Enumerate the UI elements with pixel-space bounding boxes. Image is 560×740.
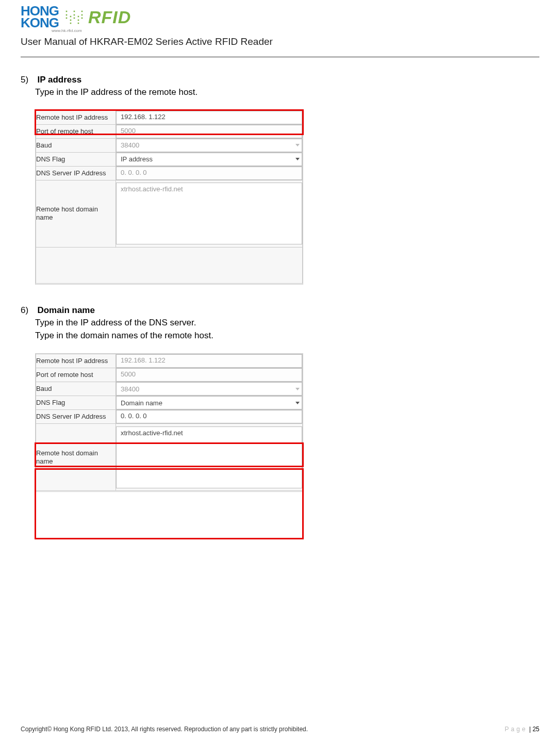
select-baud-value: 38400: [121, 141, 139, 149]
label-dnsserver: DNS Server IP Address: [36, 410, 116, 424]
label-port: Port of remote host: [36, 368, 116, 382]
page-footer: Copyright© Hong Kong RFID Ltd. 2013, All…: [21, 726, 539, 733]
label-baud: Baud: [36, 138, 116, 152]
label-dnsflag: DNS Flag: [36, 396, 116, 410]
label-domain: Remote host domain name: [36, 424, 116, 491]
section-5-body: Type in the IP address of the remote hos…: [35, 86, 539, 98]
label-dnsserver: DNS Server IP Address: [36, 166, 116, 180]
label-dnsflag: DNS Flag: [36, 152, 116, 166]
footer-page-label: Page: [505, 726, 528, 733]
label-port: Port of remote host: [36, 124, 116, 138]
input-remote-ip[interactable]: 192.168. 1.122: [116, 111, 302, 124]
manual-title: User Manual of HKRAR-EM02 Series Active …: [21, 36, 539, 47]
section-5-title: IP address: [37, 75, 81, 85]
input-dnsserver[interactable]: 0. 0. 0. 0: [116, 410, 302, 423]
chevron-down-icon: [295, 144, 300, 146]
section-5-number: 5): [21, 75, 35, 85]
textarea-domain[interactable]: xtrhost.active-rfid.net: [116, 426, 302, 488]
input-port[interactable]: 5000: [116, 368, 302, 382]
textarea-domain[interactable]: xtrhost.active-rfid.net: [116, 183, 302, 244]
select-dnsflag[interactable]: IP address: [116, 153, 302, 166]
section-6-form: Remote host IP address 192.168. 1.122 Po…: [35, 353, 303, 492]
select-dnsflag-value: IP address: [121, 155, 153, 163]
select-baud-value: 38400: [121, 385, 139, 393]
section-6-body2: Type in the domain names of the remote h…: [35, 330, 539, 342]
label-domain: Remote host domain name: [36, 180, 116, 247]
logo-kong: KONG: [21, 17, 59, 29]
input-remote-ip[interactable]: 192.168. 1.122: [116, 354, 302, 368]
chevron-down-icon: [295, 388, 300, 390]
chevron-down-icon: [295, 402, 300, 404]
logo-dots-icon: ⋮⋮: [66, 17, 81, 23]
footer-page-number: | 25: [529, 726, 539, 733]
section-6-number: 6): [21, 305, 35, 316]
header-divider: [21, 57, 539, 57]
select-baud[interactable]: 38400: [116, 139, 302, 152]
label-remote-ip: Remote host IP address: [36, 110, 116, 124]
label-baud: Baud: [36, 382, 116, 396]
label-remote-ip: Remote host IP address: [36, 354, 116, 368]
logo-block: HONG KONG ⋮⋮⋮ ⋮⋮ RFID www.hk-rfid.com: [21, 5, 539, 33]
section-5: 5) IP address Type in the IP address of …: [21, 75, 539, 285]
input-dnsserver[interactable]: 0. 0. 0. 0: [116, 167, 302, 180]
section-5-form: Remote host IP address 192.168. 1.122 Po…: [35, 110, 303, 285]
section-6: 6) Domain name Type in the IP address of…: [21, 305, 539, 492]
chevron-down-icon: [295, 158, 300, 160]
form-spacer: [36, 247, 303, 283]
input-port[interactable]: 5000: [116, 125, 302, 138]
footer-copyright: Copyright© Hong Kong RFID Ltd. 2013, All…: [21, 726, 308, 733]
section-6-body1: Type in the IP address of the DNS server…: [35, 317, 539, 329]
select-baud[interactable]: 38400: [116, 382, 302, 396]
logo-url: www.hk-rfid.com: [52, 28, 539, 33]
select-dnsflag[interactable]: Domain name: [116, 396, 302, 409]
logo-rfid: RFID: [88, 7, 131, 27]
section-6-title: Domain name: [37, 305, 94, 315]
select-dnsflag-value: Domain name: [121, 399, 162, 407]
